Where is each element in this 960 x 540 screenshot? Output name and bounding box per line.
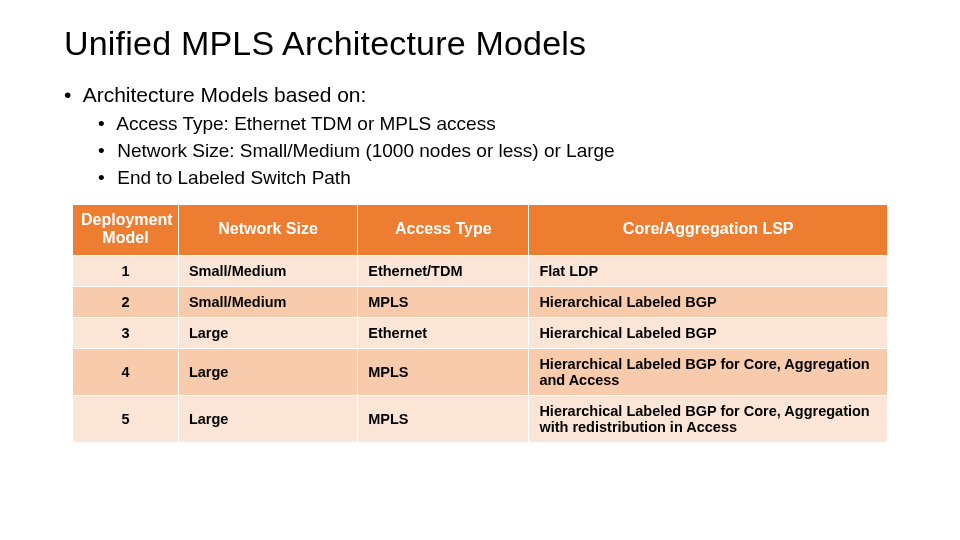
bullet-text: End to Labeled Switch Path <box>117 167 350 188</box>
col-core-agg-lsp: Core/Aggregation LSP <box>529 205 888 256</box>
col-access-type: Access Type <box>358 205 529 256</box>
bullet-level2: • Network Size: Small/Medium (1000 nodes… <box>98 138 896 164</box>
cell-lsp: Hierarchical Labeled BGP <box>529 287 888 318</box>
table-header-row: Deployment Model Network Size Access Typ… <box>73 205 888 256</box>
col-network-size: Network Size <box>178 205 357 256</box>
cell-access: Ethernet <box>358 318 529 349</box>
table-row: 2 Small/Medium MPLS Hierarchical Labeled… <box>73 287 888 318</box>
bullet-icon: • <box>98 111 112 137</box>
bullet-icon: • <box>64 81 78 109</box>
table-container: Deployment Model Network Size Access Typ… <box>72 204 888 443</box>
bullet-level2: • End to Labeled Switch Path <box>98 165 896 191</box>
cell-size: Small/Medium <box>178 256 357 287</box>
cell-lsp: Hierarchical Labeled BGP for Core, Aggre… <box>529 396 888 443</box>
cell-access: Ethernet/TDM <box>358 256 529 287</box>
cell-access: MPLS <box>358 287 529 318</box>
bullet-level2: • Access Type: Ethernet TDM or MPLS acce… <box>98 111 896 137</box>
bullet-icon: • <box>98 165 112 191</box>
col-deployment-model: Deployment Model <box>73 205 179 256</box>
cell-size: Large <box>178 349 357 396</box>
cell-model: 3 <box>73 318 179 349</box>
models-table: Deployment Model Network Size Access Typ… <box>72 204 888 443</box>
bullet-icon: • <box>98 138 112 164</box>
bullet-list: • Architecture Models based on: • Access… <box>64 81 896 190</box>
cell-lsp: Flat LDP <box>529 256 888 287</box>
cell-model: 2 <box>73 287 179 318</box>
cell-lsp: Hierarchical Labeled BGP for Core, Aggre… <box>529 349 888 396</box>
cell-lsp: Hierarchical Labeled BGP <box>529 318 888 349</box>
cell-model: 5 <box>73 396 179 443</box>
cell-size: Large <box>178 318 357 349</box>
cell-access: MPLS <box>358 396 529 443</box>
slide-title: Unified MPLS Architecture Models <box>64 24 896 63</box>
table-row: 3 Large Ethernet Hierarchical Labeled BG… <box>73 318 888 349</box>
bullet-text: Network Size: Small/Medium (1000 nodes o… <box>117 140 614 161</box>
cell-size: Small/Medium <box>178 287 357 318</box>
bullet-level1: • Architecture Models based on: <box>64 81 896 109</box>
cell-model: 4 <box>73 349 179 396</box>
bullet-text: Architecture Models based on: <box>83 83 367 106</box>
table-row: 4 Large MPLS Hierarchical Labeled BGP fo… <box>73 349 888 396</box>
cell-model: 1 <box>73 256 179 287</box>
slide: Unified MPLS Architecture Models • Archi… <box>0 0 960 443</box>
cell-size: Large <box>178 396 357 443</box>
cell-access: MPLS <box>358 349 529 396</box>
table-row: 5 Large MPLS Hierarchical Labeled BGP fo… <box>73 396 888 443</box>
table-row: 1 Small/Medium Ethernet/TDM Flat LDP <box>73 256 888 287</box>
bullet-text: Access Type: Ethernet TDM or MPLS access <box>116 113 495 134</box>
